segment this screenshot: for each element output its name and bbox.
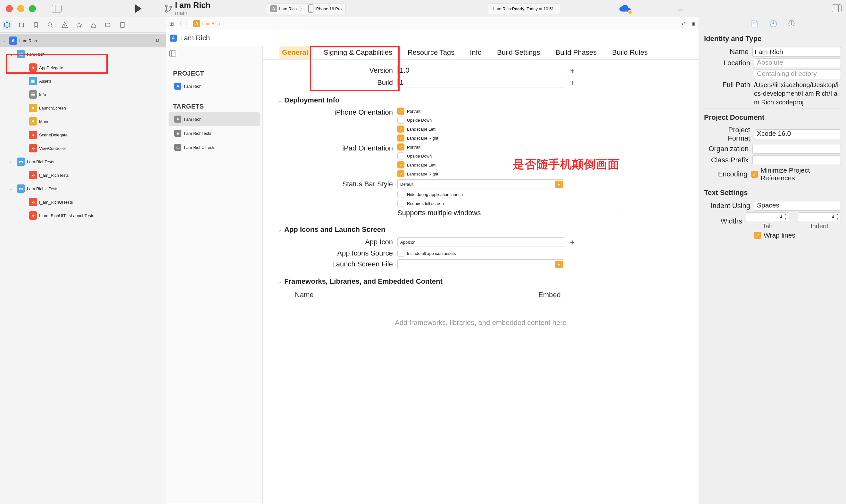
ipad-upsidedown-checkbox[interactable] <box>397 152 404 160</box>
issue-navigator-tab[interactable] <box>60 20 69 30</box>
run-button[interactable] <box>135 4 142 13</box>
organization-field[interactable] <box>753 144 841 154</box>
statusbarstyle-dropdown[interactable]: Default <box>397 179 564 189</box>
tab-width-field[interactable]: 4▲▼ <box>746 212 789 222</box>
inspector-location-dropdown[interactable]: Absolute <box>754 58 841 68</box>
file-inspector-tab[interactable]: 📄 <box>750 20 759 28</box>
svg-point-2 <box>170 6 172 8</box>
ipad-landscaperight-checkbox[interactable] <box>397 170 404 177</box>
file-tests[interactable]: ⟡I_am_RichTests <box>0 168 166 182</box>
device-icon <box>308 4 313 13</box>
tab-signing[interactable]: Signing & Capabilities <box>321 47 395 59</box>
target-app[interactable]: AI am Rich <box>169 112 260 126</box>
group-app[interactable]: ⌄▭ I am Rich <box>0 48 166 61</box>
detail-arrow-icon[interactable]: → <box>616 210 622 216</box>
textsettings-header: Text Settings <box>704 184 841 199</box>
stepper-icon[interactable]: ▲▼ <box>783 213 788 222</box>
hide-during-launch-checkbox[interactable] <box>397 191 404 198</box>
ipad-landscapeleft-checkbox[interactable] <box>397 161 404 168</box>
adjust-editor-button[interactable]: ▣ <box>692 21 695 26</box>
breakpoint-navigator-tab[interactable] <box>104 20 113 30</box>
window-zoom-button[interactable] <box>29 5 36 12</box>
tab-resourcetags[interactable]: Resource Tags <box>405 47 457 59</box>
library-button[interactable]: ＋ <box>676 3 686 16</box>
requires-fullscreen-checkbox[interactable] <box>397 200 404 207</box>
back-button[interactable]: 〈 <box>176 20 182 28</box>
classprefix-field[interactable] <box>753 155 841 165</box>
jump-bar: ⊞ 〈 〉 A I am Rich ⇄ ▣ <box>166 17 698 30</box>
source-control-popup[interactable]: I am Rich main <box>164 1 210 17</box>
iphone-landscaperight-checkbox[interactable] <box>397 134 404 142</box>
tab-info[interactable]: Info <box>467 47 484 59</box>
inspector-containing-dropdown[interactable]: Containing directory <box>754 70 841 79</box>
add-version-button[interactable]: ＋ <box>569 65 576 76</box>
project-navigator-tab[interactable] <box>3 20 12 30</box>
ipad-portrait-checkbox[interactable] <box>397 143 404 150</box>
project-root-item[interactable]: ⌄ A I am Rich M <box>0 34 166 48</box>
source-control-navigator-tab[interactable] <box>17 20 26 30</box>
find-navigator-tab[interactable] <box>46 20 55 30</box>
navigator-toggle-button[interactable] <box>52 5 62 13</box>
iphone-upsidedown-checkbox[interactable] <box>397 116 404 124</box>
inspector-name-field[interactable] <box>753 47 841 57</box>
file-uitests-launch[interactable]: ⟡I_am_RichUIT...sLaunchTests <box>0 209 166 222</box>
inspector-toggle-button[interactable] <box>832 4 842 12</box>
scheme-selector[interactable]: A I am Rich 〉 iPhone 16 Pro <box>266 3 346 14</box>
tab-general[interactable]: General <box>279 47 311 59</box>
document-outline-toggle[interactable] <box>169 49 182 63</box>
jump-bar-crumb[interactable]: A I am Rich <box>193 20 220 27</box>
minimize-references-checkbox[interactable] <box>751 171 758 178</box>
indentusing-dropdown[interactable]: Spaces <box>754 201 841 211</box>
debug-navigator-tab[interactable] <box>89 20 98 30</box>
file-uitests[interactable]: ⟡I_am_RichUITests <box>0 195 166 209</box>
indent-width-field[interactable]: 4▲▼ <box>798 212 841 222</box>
target-uitests[interactable]: ▭I am RichUITests <box>169 140 260 154</box>
iphone-portrait-checkbox[interactable] <box>397 108 404 115</box>
launchfile-dropdown[interactable] <box>397 259 564 269</box>
cloud-status-icon[interactable] <box>619 4 631 14</box>
history-inspector-tab[interactable]: 🕘 <box>770 20 777 28</box>
project-icon: A <box>174 83 182 90</box>
tab-buildsettings[interactable]: Build Settings <box>495 47 543 59</box>
appicon-dropdown[interactable]: AppIcon <box>397 237 564 247</box>
appicons-header[interactable]: ⌄App Icons and Launch Screen <box>277 226 686 234</box>
iphone-landscapeleft-checkbox[interactable] <box>397 126 404 132</box>
wraplines-checkbox[interactable] <box>754 232 761 239</box>
related-items-button[interactable]: ⊞ <box>169 20 174 27</box>
version-field[interactable] <box>397 66 564 75</box>
test-navigator-tab[interactable] <box>75 20 84 30</box>
add-appicon-button[interactable]: ＋ <box>569 237 576 247</box>
projectformat-dropdown[interactable]: Xcode 16.0 <box>754 129 841 139</box>
file-appdelegate[interactable]: ⟡AppDelegate <box>0 61 166 74</box>
checkbox-label: Landscape Left <box>407 127 435 131</box>
window-minimize-button[interactable] <box>17 5 24 12</box>
include-all-icons-checkbox[interactable] <box>397 250 404 257</box>
project-item[interactable]: AI am Rich <box>169 79 260 93</box>
add-framework-button[interactable]: ＋ <box>295 330 299 336</box>
review-button[interactable]: ⇄ <box>681 21 685 26</box>
group-uitests[interactable]: ⌄▭I am RichUITests <box>0 182 166 195</box>
window-close-button[interactable] <box>6 5 13 12</box>
remove-framework-button[interactable]: － <box>306 330 310 336</box>
target-tests[interactable]: ◈I am RichTests <box>169 126 260 140</box>
file-launchscreen[interactable]: ✕LaunchScreen <box>0 101 166 115</box>
bookmark-navigator-tab[interactable] <box>31 20 40 30</box>
file-main[interactable]: ✕Main <box>0 115 166 128</box>
frameworks-header[interactable]: ⌄Frameworks, Libraries, and Embedded Con… <box>277 277 686 286</box>
help-inspector-tab[interactable]: ⓘ <box>788 19 795 28</box>
group-tests[interactable]: ⌄▭I am RichTests <box>0 155 166 168</box>
file-info[interactable]: ☰Info <box>0 88 166 101</box>
file-assets[interactable]: ▣Assets <box>0 74 166 88</box>
file-viewcontroller[interactable]: ⟡ViewController <box>0 142 166 155</box>
forward-button[interactable]: 〉 <box>185 20 191 28</box>
tab-buildphases[interactable]: Build Phases <box>553 47 599 59</box>
indent-sublabel: Indent <box>800 222 839 230</box>
add-build-button[interactable]: ＋ <box>569 77 576 88</box>
inspector-name-label: Name <box>704 48 753 56</box>
build-field[interactable] <box>397 78 564 87</box>
report-navigator-tab[interactable] <box>118 20 127 30</box>
deployment-info-header[interactable]: ⌄Deployment Info <box>277 96 686 104</box>
file-scenedelegate[interactable]: ⟡SceneDelegate <box>0 128 166 142</box>
stepper-icon[interactable]: ▲▼ <box>835 213 840 222</box>
tab-buildrules[interactable]: Build Rules <box>609 47 650 59</box>
